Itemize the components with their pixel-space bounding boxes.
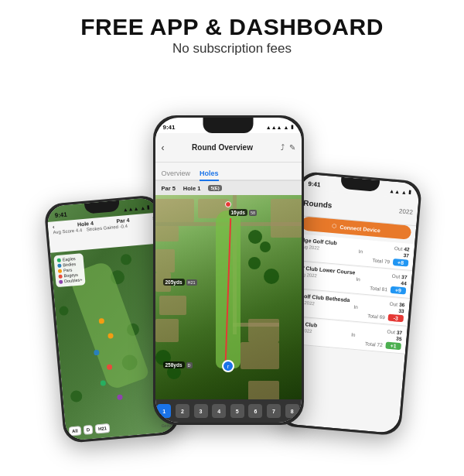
round-3-badge: -3: [387, 314, 404, 323]
score-dot-eagle: [100, 380, 106, 386]
wifi-icon: ▲: [140, 204, 146, 211]
right-title: Rounds: [302, 198, 332, 209]
building-7: [155, 319, 179, 342]
edit-icon[interactable]: ✎: [289, 143, 295, 152]
all-btn[interactable]: All: [68, 426, 81, 436]
nav-overview[interactable]: Overview: [162, 170, 191, 180]
center-hole-info: Par 5 Hole 1 5(E): [155, 181, 302, 195]
share-icon[interactable]: ⤴: [281, 143, 285, 152]
round-4-badge: +1: [385, 341, 401, 350]
par-label-legend: Pars: [63, 267, 72, 272]
round-1-out-label: Out: [394, 245, 402, 252]
dist-258-label: 258yds: [163, 361, 185, 368]
double-label: Doubles+: [63, 277, 82, 283]
round-4-in-score: 35: [395, 336, 401, 342]
c-tree-3: [248, 257, 261, 269]
center-back-arrow[interactable]: ‹: [162, 142, 165, 153]
double-dot: [58, 279, 62, 283]
right-battery-icon: ▮: [408, 189, 411, 195]
hole-btn-2[interactable]: 2: [176, 404, 189, 418]
center-header: ‹ Round Overview ⤴ ✎: [155, 133, 302, 163]
hole-btn-7[interactable]: 7: [267, 404, 281, 418]
hole-btn-4[interactable]: 4: [212, 404, 226, 418]
par-dot: [57, 269, 61, 272]
building-9: [241, 342, 279, 369]
score-dot-bogey: [106, 364, 112, 370]
dist-d-badge: D: [186, 362, 193, 368]
round-3-out-label: Out: [389, 301, 397, 307]
phone-center: 9:41 ▲▲▲ ▲ ▮ ‹ Round Overview ⤴ ✎ Overvi…: [153, 115, 304, 425]
building-11: [271, 199, 302, 238]
building-3: [155, 226, 179, 241]
round-4-in-label: In: [350, 332, 355, 337]
center-map: 16yds 58 205yds H21 258yds D: [155, 195, 302, 399]
connect-btn-text: Connect Device: [339, 224, 380, 233]
left-legend: Eagles Birdies Pars Bogeys Doubles+: [53, 253, 86, 287]
c-tree-4: [264, 269, 279, 284]
center-bottom-bar: 1 2 3 4 5 6 7 8: [155, 399, 302, 423]
building-1: [155, 199, 194, 222]
location-pin: r: [222, 360, 234, 372]
round-4-total-text: Total 72: [364, 341, 382, 348]
dist-205-label: 205yds: [163, 279, 185, 286]
center-header-icons: ⤴ ✎: [281, 143, 295, 152]
hole-btn-5[interactable]: 5: [230, 404, 244, 418]
right-year: 2022: [398, 207, 413, 216]
hole-1-label: Hole 1: [183, 185, 201, 192]
building-6: [159, 296, 186, 315]
hole-badge: 5(E): [208, 185, 221, 191]
right-status-time: 9:41: [308, 180, 321, 187]
right-wifi-icon: ▲: [401, 189, 407, 195]
score-dot-double: [117, 394, 123, 400]
round-2-out-label: Out: [391, 273, 400, 279]
left-status-time: 9:41: [54, 211, 67, 218]
back-arrow[interactable]: ‹: [52, 224, 54, 229]
hole-btn-3[interactable]: 3: [194, 404, 208, 418]
round-1-total-text: Total 79: [372, 258, 390, 265]
hole-btn-8[interactable]: 8: [285, 404, 299, 418]
building-10: [248, 381, 279, 399]
center-title: Round Overview: [192, 143, 253, 152]
dist-marker-258: 258yds D: [163, 361, 193, 368]
center-signal-icon: ▲▲▲: [266, 125, 282, 130]
birdie-dot: [57, 263, 61, 267]
round-4-out-label: Out: [387, 329, 395, 335]
hole-btn-6[interactable]: 6: [248, 404, 262, 418]
round-3-in-label: In: [353, 304, 358, 310]
par-5-label: Par 5: [162, 185, 176, 192]
header: FREE APP & DASHBOARD No subscription fee…: [0, 0, 464, 61]
round-2-badge: +9: [390, 286, 406, 295]
round-2-out-score: 37: [401, 274, 407, 280]
round-2-in-score: 44: [401, 280, 407, 286]
round-2-in-label: In: [356, 276, 360, 282]
center-phone-screen: 9:41 ▲▲▲ ▲ ▮ ‹ Round Overview ⤴ ✎ Overvi…: [155, 118, 302, 423]
bluetooth-icon: ⬡: [332, 223, 337, 229]
dist-marker-16: 16yds 58: [229, 209, 258, 216]
score-dot-par2: [107, 333, 114, 339]
center-nav: Overview Holes: [155, 163, 302, 181]
center-wifi-icon: ▲: [284, 125, 289, 130]
c-tree-2: [260, 241, 271, 252]
score-dot-par: [98, 318, 104, 324]
pin-marker: [225, 201, 231, 207]
center-battery-icon: ▮: [291, 124, 294, 130]
d-btn[interactable]: D: [83, 425, 93, 435]
dist-h21-badge: H21: [186, 279, 197, 286]
round-3-in-score: 33: [398, 308, 404, 314]
c-tree-1: [248, 230, 262, 244]
right-status-icons: ▲▲ ▲ ▮: [388, 187, 411, 195]
hole-btn-1[interactable]: 1: [157, 404, 171, 418]
left-status-icons: ▲▲▲ ▲ ▮: [122, 204, 150, 212]
dist-marker-205: 205yds H21: [163, 279, 197, 286]
round-1-in-label: In: [358, 248, 363, 254]
round-3-out-score: 36: [398, 302, 404, 308]
h21-btn[interactable]: H21: [94, 423, 110, 434]
battery-icon: ▮: [146, 204, 150, 210]
round-3-total-text: Total 69: [367, 313, 384, 320]
round-1-in-score: 37: [403, 252, 409, 259]
right-signal-icon: ▲▲: [389, 188, 400, 194]
nav-holes[interactable]: Holes: [200, 170, 219, 181]
dist-58-badge: 58: [249, 210, 257, 216]
legend-doubles: Doubles+: [58, 277, 82, 284]
building-4: [155, 249, 175, 272]
